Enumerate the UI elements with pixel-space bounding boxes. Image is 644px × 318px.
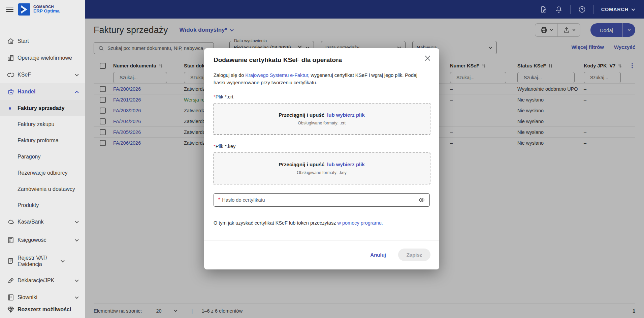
topbar-divider [570, 5, 571, 14]
help-icon[interactable] [578, 5, 586, 13]
gem-icon [7, 306, 15, 314]
sidebar-item-rezerwacje-odbiorcy[interactable]: Rezerwacje odbiorcy [0, 165, 85, 181]
calculator-icon [7, 236, 15, 244]
sidebar-item-label: Produkty [18, 202, 79, 208]
dropzone-text: Przeciągnij i upuść [279, 162, 324, 167]
sidebar-item-ksiegowosc[interactable]: Księgowość [0, 230, 85, 250]
chevron-up-icon [75, 91, 78, 94]
sidebar-item-handel[interactable]: Handel [0, 83, 85, 100]
multi-company-icon [7, 54, 15, 62]
sidebar-item-faktury-proforma[interactable]: Faktury proforma [0, 133, 85, 149]
modal-footer-divider [204, 240, 439, 240]
ksef-certificate-modal: Dodawanie certyfikatu KSeF dla operatora… [204, 48, 439, 269]
sidebar-item-label: Zamówienia u dostawcy [18, 186, 79, 192]
modal-footer: Anuluj Zapisz [367, 249, 430, 261]
home-icon [7, 37, 15, 45]
sidebar: COMARCH ERP Optima Start Operacje wielof… [0, 0, 85, 318]
sidebar-item-deklaracje-jpk[interactable]: Deklaracje/JPK [0, 272, 85, 289]
choose-file-link[interactable]: lub wybierz plik [327, 162, 365, 167]
crt-dropzone[interactable]: Przeciągnij i upuśćlub wybierz plik Obsł… [213, 103, 430, 135]
sidebar-item-zamowienia-u-dostawcy[interactable]: Zamówienia u dostawcy [0, 181, 85, 197]
modal-title: Dodawanie certyfikatu KSeF dla operatora [214, 48, 430, 64]
chevron-down-icon [75, 238, 78, 241]
supported-formats: Obsługiwane formaty: .crt [298, 121, 346, 125]
sidebar-item-label: Faktury sprzedaży [18, 105, 79, 111]
chevron-down-icon [75, 278, 78, 282]
brand-product: ERP Optima [33, 9, 60, 14]
sidebar-item-operacje-wielofirmowe[interactable]: Operacje wielofirmowe [0, 50, 85, 66]
crt-file-label-text: Plik *.crt [216, 94, 233, 99]
close-icon[interactable] [425, 55, 430, 61]
help-link[interactable]: w pomocy programu. [337, 220, 383, 226]
topbar: COMARCH [85, 0, 644, 19]
key-dropzone[interactable]: Przeciągnij i upuśćlub wybierz plik Obsł… [213, 152, 430, 184]
ksef-system-link[interactable]: Krajowego Systemu e-Faktur, [245, 73, 309, 78]
chevron-down-icon [75, 73, 78, 76]
show-password-icon[interactable] [418, 197, 425, 203]
help-text: O tym jak uzyskać certyfikat KSeF lub to… [214, 220, 337, 226]
intro-text: Zaloguj się do [214, 73, 245, 78]
sidebar-item-label: Deklaracje/JPK [18, 278, 75, 284]
required-star: * [218, 197, 220, 203]
sync-icon [7, 71, 15, 79]
sidebar-item-label: Paragony [18, 154, 79, 160]
piggy-bank-icon [7, 218, 15, 226]
sidebar-item-label: Faktury zakupu [18, 121, 79, 127]
crt-file-label: *Plik *.crt [214, 94, 430, 99]
chevron-down-icon [75, 295, 78, 299]
sidebar-item-paragony[interactable]: Paragony [0, 149, 85, 165]
sidebar-item-label: Rezerwacje odbiorcy [18, 170, 79, 176]
sidebar-item-label: KSeF [18, 72, 75, 78]
sidebar-item-faktury-sprzedazy[interactable]: Faktury sprzedaży [0, 100, 85, 116]
account-menu[interactable]: COMARCH [601, 7, 635, 12]
sidebar-item-produkty[interactable]: Produkty [0, 197, 85, 213]
comarch-logo-icon [18, 3, 30, 16]
account-label: COMARCH [601, 7, 629, 12]
sidebar-item-label: Operacje wielofirmowe [18, 55, 79, 61]
save-button[interactable]: Zapisz [398, 249, 430, 261]
documents-status-icon[interactable] [539, 5, 547, 13]
sidebar-item-label: Handel [18, 89, 75, 95]
choose-file-link[interactable]: lub wybierz plik [327, 112, 365, 118]
certificate-password-field[interactable]: * Hasło do certyfikatu [214, 193, 430, 207]
pen-icon [7, 277, 15, 285]
sidebar-item-label: Faktury proforma [18, 138, 79, 144]
modal-help: O tym jak uzyskać certyfikat KSeF lub to… [214, 220, 430, 226]
chevron-down-icon [75, 220, 78, 223]
sidebar-item-label: Start [18, 38, 79, 44]
modal-intro: Zaloguj się do Krajowego Systemu e-Faktu… [214, 72, 429, 87]
sidebar-item-rejestr-vat[interactable]: Rejestr VAT/ Ewidencja [0, 250, 85, 272]
sidebar-item-label: Rozszerz możliwości [18, 307, 71, 313]
chevron-down-icon [631, 7, 635, 10]
notifications-bell-icon[interactable] [555, 5, 563, 13]
sidebar-menu: Start Operacje wielofirmowe KSeF Handel … [0, 19, 85, 301]
sidebar-item-label: Księgowość [18, 237, 75, 243]
dropzone-text: Przeciągnij i upuść [279, 112, 324, 118]
sidebar-item-kasa-bank[interactable]: Kasa/Bank [0, 213, 85, 230]
sidebar-item-label: Słowniki [18, 294, 75, 300]
password-placeholder: Hasło do certyfikatu [222, 197, 265, 203]
sidebar-item-label: Rejestr VAT/ Ewidencja [18, 255, 61, 267]
sidebar-item-slowniki[interactable]: Słowniki [0, 289, 85, 301]
menu-icon[interactable] [6, 7, 13, 12]
app-logo: COMARCH ERP Optima [18, 3, 60, 16]
sidebar-item-start[interactable]: Start [0, 33, 85, 50]
topbar-divider [593, 5, 594, 14]
sidebar-header: COMARCH ERP Optima [0, 0, 85, 19]
register-document-icon [7, 257, 15, 265]
basket-icon [7, 88, 15, 96]
cancel-button[interactable]: Anuluj [367, 249, 389, 260]
chevron-down-icon [61, 259, 64, 262]
supported-formats: Obsługiwane formaty: .key [297, 170, 346, 175]
key-file-label-text: Plik *.key [216, 144, 236, 149]
book-icon [7, 293, 15, 301]
sidebar-item-faktury-zakupu[interactable]: Faktury zakupu [0, 116, 85, 133]
sidebar-item-rozszerz-mozliwosci[interactable]: Rozszerz możliwości [0, 301, 85, 318]
sidebar-item-label: Kasa/Bank [18, 219, 75, 225]
key-file-label: *Plik *.key [214, 144, 430, 149]
sidebar-item-ksef[interactable]: KSeF [0, 66, 85, 83]
